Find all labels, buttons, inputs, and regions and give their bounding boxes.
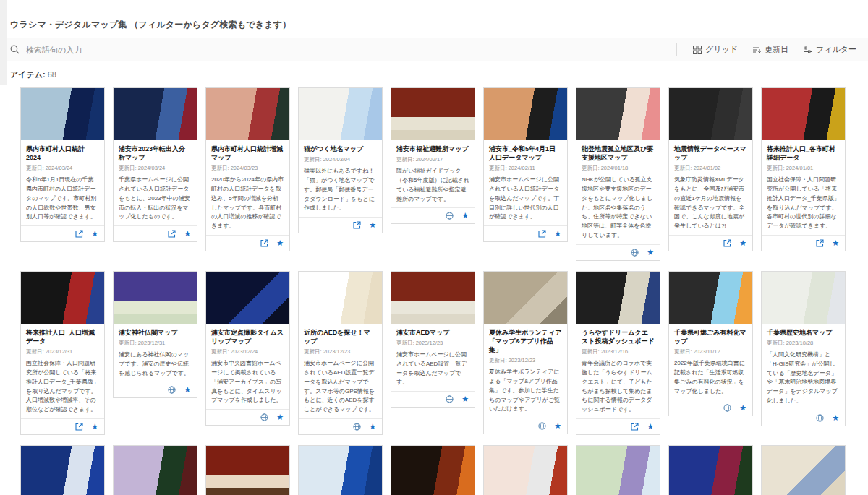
favorite-star-icon[interactable]: ★ [832,239,839,247]
card-title[interactable]: 県内市町村人口統計2024 [26,145,99,162]
card-title[interactable]: 能登地震孤立地区及び要支援地区マップ [582,145,655,162]
card-title[interactable]: 浦安神社仏閣マップ [119,328,192,337]
sort-by-date-button[interactable]: 更新日 [752,44,788,55]
card-thumbnail[interactable] [484,446,567,495]
search-input[interactable] [26,46,676,54]
favorite-star-icon[interactable]: ★ [832,414,839,422]
card-title[interactable]: 地震情報データベースマップ [674,145,747,162]
card-thumbnail[interactable] [391,88,475,140]
map-card[interactable]: 消防年報（火災出動）マップ 更新日: 2023/09/06 ★ [391,445,475,495]
card-thumbnail[interactable] [484,88,567,140]
globe-icon[interactable] [538,422,546,430]
map-card[interactable]: 浦安３駅乗降者数マップ 更新日: 2023/10/07 浦安市にある3駅の乗降者… [298,445,383,495]
globe-icon[interactable] [260,413,268,421]
card-title[interactable]: 将来推計人口_人口増減データ [26,328,99,345]
card-thumbnail[interactable] [669,446,752,495]
map-card[interactable]: うらやすドリームクエスト投稿ダッシュボード 更新日: 2023/12/16 青年… [576,271,660,435]
card-title[interactable]: 浦安市_令和5年4月1日人口データマップ [489,145,562,162]
favorite-star-icon[interactable]: ★ [739,404,746,412]
external-link-icon[interactable] [353,221,361,229]
card-thumbnail[interactable] [299,272,382,324]
map-card[interactable]: 浦安市AEDマップ 更新日: 2023/12/23 浦安市ホームページに公開され… [391,271,475,408]
card-thumbnail[interactable] [391,272,475,324]
card-thumbnail[interactable] [114,88,197,140]
favorite-star-icon[interactable]: ★ [647,423,654,431]
card-thumbnail[interactable] [21,446,104,495]
card-thumbnail[interactable] [669,88,752,140]
favorite-star-icon[interactable]: ★ [91,423,98,431]
map-card[interactable]: 県内市町村人口統計2024 更新日: 2024/03/24 令和6年1月1日現在… [20,87,105,242]
card-thumbnail[interactable] [576,446,660,495]
grid-view-button[interactable]: グリッド [693,44,738,55]
card-thumbnail[interactable] [576,88,660,140]
card-title[interactable]: 県内市町村人口統計増減マップ [211,145,284,162]
globe-icon[interactable] [168,386,176,394]
card-title[interactable]: うらやすドリームクエスト投稿ダッシュボード [582,328,655,345]
external-link-icon[interactable] [260,239,268,247]
favorite-star-icon[interactable]: ★ [554,422,561,430]
card-title[interactable]: 近所のAEDを探せ！マップ [304,328,377,345]
card-thumbnail[interactable] [762,88,845,140]
card-title[interactable]: 浦安市2023年転出入分析マップ [119,145,192,162]
external-link-icon[interactable] [75,423,83,431]
card-thumbnail[interactable] [299,446,382,495]
card-thumbnail[interactable] [484,272,567,324]
card-title[interactable]: 千葉県歴史地名マップ [767,328,840,337]
map-card[interactable]: 県内市町村人口統計増減マップ 更新日: 2024/03/23 2020年から20… [205,87,290,251]
card-title[interactable]: 猫がつく地名マップ [304,145,377,153]
card-thumbnail[interactable] [576,272,660,324]
map-card[interactable]: 浦安市_小学校区児童数と人口分布 更新日: 2023/08/27 ★ [576,445,660,495]
card-thumbnail[interactable] [21,272,104,324]
favorite-star-icon[interactable]: ★ [276,413,284,421]
card-thumbnail[interactable] [762,272,845,324]
map-card[interactable]: 夏休み学生ボランティア「マップ&アプリ作品集」 更新日: 2023/12/23 … [483,271,568,434]
favorite-star-icon[interactable]: ★ [554,230,561,238]
card-thumbnail[interactable] [114,272,197,324]
map-card[interactable]: 浦安コンビニ店舗数マップ 更新日: 2023/10/07 ★ [205,445,290,495]
external-link-icon[interactable] [538,230,546,238]
map-card[interactable]: 令和４年度千葉県個人住民税課税状況 更新日: 2023/10/15 ★ [20,445,105,495]
map-card[interactable]: 能登地震孤立地区及び要支援地区マップ 更新日: 2024/01/18 NHKが公… [576,87,660,261]
card-thumbnail[interactable] [21,88,104,140]
globe-icon[interactable] [353,423,361,431]
map-card[interactable]: 消防年報（救急出動）マップ 更新日: 2023/09/06 ★ [483,445,568,495]
card-thumbnail[interactable] [206,446,289,495]
card-thumbnail[interactable] [206,88,289,140]
map-card[interactable]: 浦安市2023年転出入分析マップ 更新日: 2024/03/24 千葉県ホームペ… [113,87,197,242]
external-link-icon[interactable] [168,230,176,238]
map-card[interactable]: 近所のAEDを探せ！マップ 更新日: 2023/12/23 浦安市ホームページに… [298,271,383,435]
external-link-icon[interactable] [723,239,731,247]
map-card[interactable]: 浦安市_令和5年4月1日人口データマップ 更新日: 2024/02/11 浦安市… [483,87,568,242]
card-thumbnail[interactable] [114,446,197,495]
map-card[interactable]: 将来推計人口_人口増減データ 更新日: 2023/12/31 国立社会保障・人口… [20,271,105,435]
card-title[interactable]: 千葉県可燃ごみ有料化マップ [674,328,747,345]
favorite-star-icon[interactable]: ★ [739,239,746,247]
favorite-star-icon[interactable]: ★ [91,230,98,238]
map-card[interactable]: 地震情報データベースマップ 更新日: 2024/01/02 気象庁防災情報XML… [668,87,753,251]
favorite-star-icon[interactable]: ★ [184,386,191,394]
card-thumbnail[interactable] [391,446,475,495]
globe-icon[interactable] [446,212,454,220]
globe-icon[interactable] [446,395,454,403]
favorite-star-icon[interactable]: ★ [184,230,191,238]
map-card[interactable]: 千葉県内市町村 市税徴収実績（R1-R3） 更新日: 2023/10/14 ★ [113,445,197,495]
map-card[interactable]: 浦安市福祉避難所マップ 更新日: 2024/02/17 障がい福祉ガイドブック（… [391,87,475,224]
card-thumbnail[interactable] [762,446,845,495]
card-title[interactable]: 浦安市定点撮影タイムスリップマップ [211,328,284,345]
map-card[interactable]: 浦安市小学校児童数統計マップ 更新日: 2023/08/27 ★ [668,445,753,495]
map-card[interactable]: 浦安神社仏閣マップ 更新日: 2023/12/31 浦安にある神社仏閣のマップで… [113,271,197,399]
external-link-icon[interactable] [816,239,824,247]
favorite-star-icon[interactable]: ★ [276,239,284,247]
map-card[interactable]: 千葉県歴史地名マップ 更新日: 2023/10/28 「人間文化研究機構」と「H… [761,271,846,426]
external-link-icon[interactable] [631,423,639,431]
map-card[interactable]: 将来推計人口_各市町村詳細データ 更新日: 2024/01/01 国立社会保障・… [761,87,846,251]
card-title[interactable]: 夏休み学生ボランティア「マップ&アプリ作品集」 [489,328,562,354]
favorite-star-icon[interactable]: ★ [461,212,469,220]
card-thumbnail[interactable] [299,88,382,140]
card-thumbnail[interactable] [206,272,289,324]
favorite-star-icon[interactable]: ★ [369,423,376,431]
map-card[interactable]: 猫がつく地名マップ 更新日: 2024/03/04 猫実以外にもあるですね！「猫… [298,87,383,233]
favorite-star-icon[interactable]: ★ [461,395,469,403]
card-title[interactable]: 将来推計人口_各市町村詳細データ [767,145,840,162]
card-thumbnail[interactable] [669,272,752,324]
